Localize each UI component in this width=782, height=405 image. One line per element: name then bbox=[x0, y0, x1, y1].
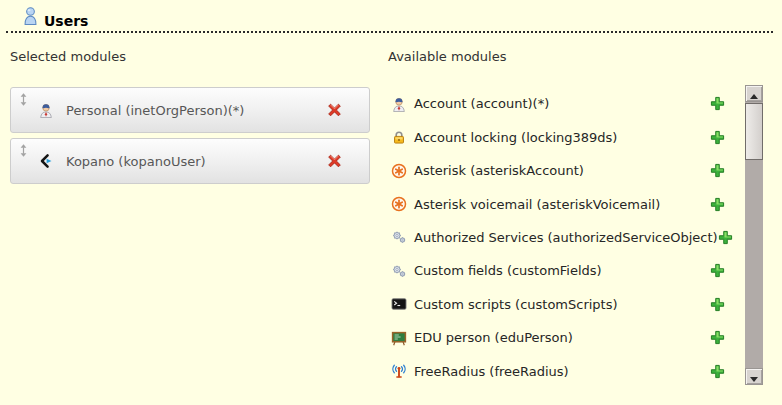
delete-module-button[interactable] bbox=[326, 153, 343, 170]
module-label: FreeRadius (freeRadius) bbox=[414, 364, 569, 379]
add-module-button[interactable] bbox=[718, 230, 733, 245]
add-plus-icon bbox=[710, 364, 725, 383]
asterisk-icon bbox=[390, 196, 407, 213]
add-module-button[interactable] bbox=[710, 163, 725, 178]
add-plus-icon bbox=[710, 263, 725, 282]
delete-x-icon bbox=[326, 155, 343, 174]
module-label: Authorized Services (authorizedServiceOb… bbox=[414, 230, 718, 245]
scroll-down-icon bbox=[750, 367, 758, 386]
module-label: EDU person (eduPerson) bbox=[414, 330, 573, 345]
title-divider bbox=[6, 31, 773, 33]
available-module-row: Account (account)(*) bbox=[388, 87, 738, 120]
module-label: Asterisk voicemail (asteriskVoicemail) bbox=[414, 197, 660, 212]
add-plus-icon bbox=[710, 297, 725, 316]
scrollbar-thumb[interactable] bbox=[745, 103, 763, 160]
selected-modules-list: Personal (inetOrgPerson)(*) Kopano (kopa… bbox=[10, 87, 370, 189]
scroll-down-button[interactable] bbox=[745, 368, 763, 385]
add-module-button[interactable] bbox=[710, 197, 725, 212]
add-plus-icon bbox=[710, 130, 725, 149]
kopano-icon bbox=[37, 153, 54, 170]
add-module-button[interactable] bbox=[710, 364, 725, 379]
available-modules-heading: Available modules bbox=[388, 49, 506, 64]
gears-icon bbox=[390, 229, 407, 246]
padlock-icon bbox=[390, 129, 407, 146]
add-module-button[interactable] bbox=[710, 297, 725, 312]
module-label: Account locking (locking389ds) bbox=[414, 130, 617, 145]
module-label: Personal (inetOrgPerson)(*) bbox=[66, 103, 244, 118]
add-module-button[interactable] bbox=[710, 263, 725, 278]
available-module-row: EDU person (eduPerson) bbox=[388, 321, 738, 354]
add-plus-icon bbox=[710, 163, 725, 182]
module-label: Custom scripts (customScripts) bbox=[414, 297, 618, 312]
add-plus-icon bbox=[710, 330, 725, 349]
selected-module-row[interactable]: Kopano (kopanoUser) bbox=[10, 138, 370, 184]
asterisk-icon bbox=[390, 162, 407, 179]
selected-module-row[interactable]: Personal (inetOrgPerson)(*) bbox=[10, 87, 370, 133]
move-updown-icon[interactable] bbox=[19, 144, 28, 157]
module-label: Account (account)(*) bbox=[414, 96, 549, 111]
available-module-row: FreeRadius (freeRadius) bbox=[388, 355, 738, 388]
available-modules-scrollbar[interactable] bbox=[745, 85, 763, 385]
page-title: Users bbox=[44, 13, 88, 30]
antenna-icon bbox=[390, 363, 407, 380]
add-plus-icon bbox=[718, 230, 733, 249]
module-selection-page: Users Selected modules Available modules… bbox=[0, 0, 782, 405]
scroll-up-button[interactable] bbox=[745, 85, 763, 102]
module-label: Asterisk (asteriskAccount) bbox=[414, 163, 584, 178]
scroll-up-icon bbox=[750, 84, 758, 103]
available-module-row: Account locking (locking389ds) bbox=[388, 120, 738, 153]
delete-module-button[interactable] bbox=[326, 102, 343, 119]
module-label: Kopano (kopanoUser) bbox=[66, 154, 206, 169]
person-cap-icon bbox=[37, 102, 54, 119]
terminal-icon bbox=[390, 296, 407, 313]
user-icon bbox=[23, 6, 38, 30]
available-module-row: Authorized Services (authorizedServiceOb… bbox=[388, 221, 738, 254]
delete-x-icon bbox=[326, 104, 343, 123]
person-cap-icon bbox=[390, 95, 407, 112]
available-module-row: Asterisk voicemail (asteriskVoicemail) bbox=[388, 187, 738, 220]
gears-icon bbox=[390, 262, 407, 279]
add-module-button[interactable] bbox=[710, 330, 725, 345]
add-module-button[interactable] bbox=[710, 130, 725, 145]
available-module-row: Asterisk (asteriskAccount) bbox=[388, 154, 738, 187]
available-modules-list: Account (account)(*) Account locking (lo… bbox=[388, 87, 738, 388]
add-module-button[interactable] bbox=[710, 96, 725, 111]
available-module-row: Custom scripts (customScripts) bbox=[388, 288, 738, 321]
available-module-row: Custom fields (customFields) bbox=[388, 254, 738, 287]
add-plus-icon bbox=[710, 197, 725, 216]
module-label: Custom fields (customFields) bbox=[414, 263, 602, 278]
selected-modules-heading: Selected modules bbox=[10, 49, 126, 64]
move-updown-icon[interactable] bbox=[19, 93, 28, 106]
chalkboard-icon bbox=[390, 329, 407, 346]
page-title-bar: Users bbox=[23, 6, 88, 30]
add-plus-icon bbox=[710, 96, 725, 115]
